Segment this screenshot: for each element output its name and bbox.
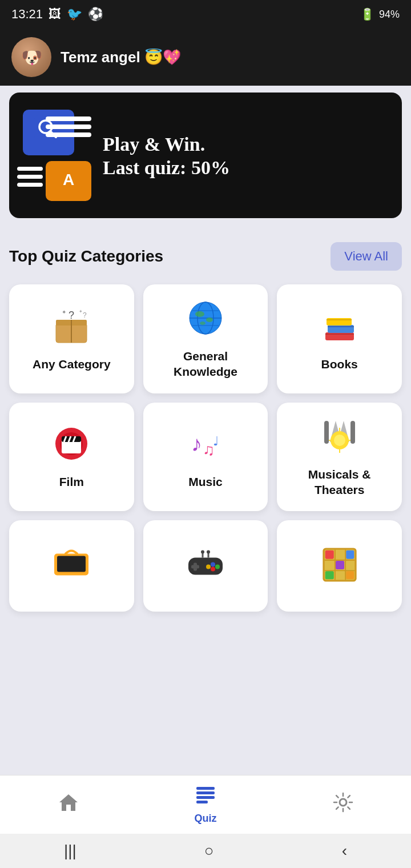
category-label-musicals-theaters: Musicals & Theaters [286,467,393,498]
category-label-any: Any Category [33,356,111,372]
category-card-television[interactable] [9,520,134,612]
q-card [23,110,74,155]
nav-quiz[interactable]: Quiz [195,785,217,825]
svg-text:A: A [63,171,74,188]
twitter-icon: 🐦 [67,7,82,22]
svg-rect-73 [336,571,344,579]
banner-icons: A [23,110,91,201]
category-label-books: Books [321,356,358,372]
category-card-music[interactable]: ♪ ♫ ♩ Music [143,403,268,512]
nav-home[interactable] [58,792,79,818]
time-display: 13:21 [11,7,43,22]
svg-text:?: ? [68,310,74,321]
svg-point-54 [206,565,211,569]
category-card-books[interactable]: Books [277,284,402,393]
svg-rect-45 [350,421,355,444]
svg-marker-74 [59,794,78,811]
quiz-icon [195,785,216,810]
banner-subtitle: Last quiz: 50% [103,157,388,179]
category-card-musicals-theaters[interactable]: Musicals & Theaters [277,403,402,512]
categories-grid: ? ✦ ✦ ? Any Category [9,284,402,612]
box-icon: ? ✦ ✦ ? [51,306,91,348]
svg-rect-70 [325,561,333,570]
category-label-film: Film [59,474,84,489]
svg-text:♪: ♪ [191,432,202,456]
puzzle-icon [320,545,360,587]
view-all-button[interactable]: View All [331,242,402,271]
section-title: Top Quiz Categories [9,247,163,266]
game-icon [186,545,225,587]
svg-rect-75 [196,787,215,790]
sports-icon: ⚽ [88,7,103,22]
status-bar: 13:21 🖼 🐦 ⚽ 🔋 94% [0,0,411,29]
svg-rect-50 [191,565,199,569]
home-icon [58,792,79,818]
battery-text: 94% [379,9,400,21]
music-icon: ♪ ♫ ♩ [186,424,225,466]
svg-point-17 [195,311,204,317]
svg-point-58 [207,550,210,554]
svg-point-39 [334,435,345,446]
avatar: 🐶 [11,37,51,77]
film-icon [51,424,91,466]
svg-text:?: ? [83,311,87,319]
category-card-board-games[interactable] [277,520,402,612]
svg-text:✦: ✦ [79,309,83,314]
svg-rect-76 [196,791,215,794]
svg-rect-65 [325,550,333,559]
category-label-general-knowledge: General Knowledge [152,348,259,380]
svg-text:✦: ✦ [62,309,66,315]
q-letter [33,114,65,151]
status-left: 13:21 🖼 🐦 ⚽ [11,7,103,22]
svg-point-53 [211,567,215,572]
username-label: Temz angel 😇💖 [61,49,181,66]
status-right: 🔋 94% [360,7,400,21]
category-card-any-category[interactable]: ? ✦ ✦ ? Any Category [9,284,134,393]
svg-rect-77 [196,796,215,799]
svg-point-18 [206,318,213,322]
system-navigation: ||| ○ ‹ [0,834,411,868]
svg-rect-71 [346,561,354,570]
theater-icon [320,416,360,459]
svg-point-19 [200,322,206,325]
svg-rect-22 [327,318,352,326]
gallery-icon: 🖼 [49,7,61,22]
svg-rect-69 [336,561,344,569]
a-letter: A [54,164,83,198]
section-header: Top Quiz Categories View All [9,242,402,271]
quiz-nav-label: Quiz [195,813,217,825]
category-label-music: Music [188,474,223,489]
promo-banner[interactable]: A Play & Win. Last quiz: 50% [9,93,402,218]
svg-point-52 [215,565,220,569]
svg-rect-24 [328,326,354,327]
recent-apps-button[interactable]: ||| [64,842,76,860]
svg-point-56 [201,550,204,554]
banner-title: Play & Win. [103,132,388,157]
svg-rect-68 [346,571,354,579]
main-content: Top Quiz Categories View All ? ✦ ✦ ? Any… [0,225,411,623]
category-card-film[interactable]: Film [9,403,134,512]
banner-text: Play & Win. Last quiz: 50% [91,132,388,179]
alarm-icon: 🔋 [360,7,374,21]
svg-rect-25 [327,319,352,320]
svg-rect-78 [196,801,208,803]
svg-rect-66 [346,550,354,559]
nav-settings[interactable] [333,792,353,818]
svg-rect-72 [336,550,344,559]
svg-text:♩: ♩ [213,434,219,448]
home-button[interactable]: ○ [204,842,214,860]
bottom-navigation: Quiz [0,775,411,834]
svg-point-51 [211,562,215,567]
category-card-general-knowledge[interactable]: General Knowledge [143,284,268,393]
svg-rect-23 [325,333,354,335]
globe-icon [186,298,225,340]
svg-point-79 [340,799,346,806]
svg-rect-44 [324,421,329,444]
back-button[interactable]: ‹ [342,842,347,860]
tv-icon [51,545,91,587]
avatar-image: 🐶 [11,37,51,77]
settings-icon [333,792,353,818]
books-icon [320,306,360,348]
category-card-video-games[interactable] [143,520,268,612]
a-card: A [46,161,91,201]
